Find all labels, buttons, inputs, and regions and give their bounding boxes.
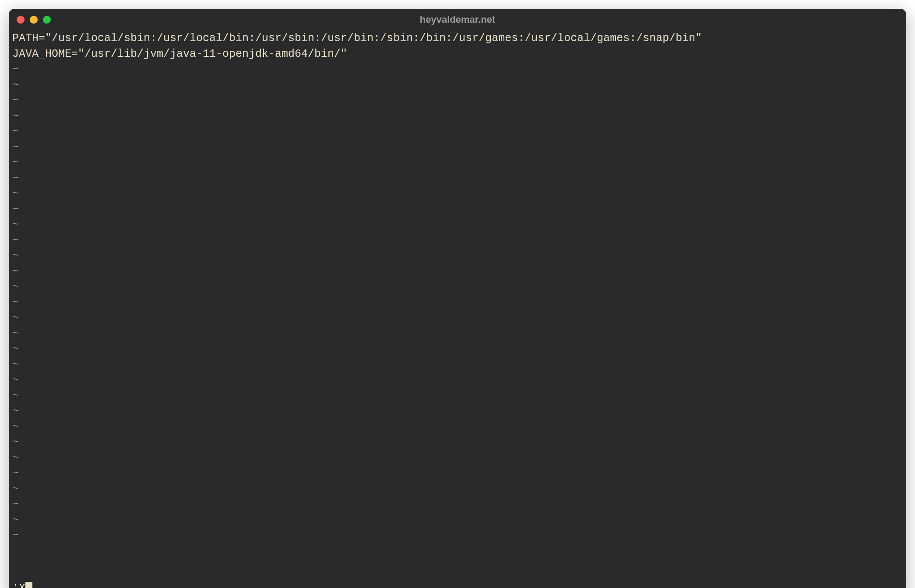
empty-line-marker: ~ (12, 403, 903, 419)
empty-line-marker: ~ (12, 202, 903, 217)
window-title: heyvaldemar.net (9, 14, 906, 25)
empty-line-marker: ~ (12, 248, 903, 264)
editor-content[interactable]: PATH="/usr/local/sbin:/usr/local/bin:/us… (12, 31, 903, 62)
title-bar: heyvaldemar.net (9, 9, 906, 31)
empty-line-marker: ~ (12, 264, 903, 280)
empty-line-marker: ~ (12, 434, 903, 450)
empty-line-marker: ~ (12, 512, 903, 528)
empty-line-marker: ~ (12, 326, 903, 342)
empty-line-marker: ~ (12, 108, 903, 124)
empty-line-marker: ~ (12, 419, 903, 435)
empty-line-marker: ~ (12, 62, 903, 77)
command-line[interactable]: :x (12, 580, 903, 588)
empty-line-marker: ~ (12, 279, 903, 295)
empty-line-marker: ~ (12, 481, 903, 497)
command-prompt: : (12, 580, 19, 588)
empty-line-marker: ~ (12, 93, 903, 108)
terminal-window: heyvaldemar.net PATH="/usr/local/sbin:/u… (9, 9, 906, 588)
empty-line-marker: ~ (12, 450, 903, 466)
empty-line-marker: ~ (12, 171, 903, 186)
empty-line-marker: ~ (12, 77, 903, 93)
maximize-icon[interactable] (43, 16, 51, 24)
empty-line-marker: ~ (12, 295, 903, 311)
cursor (25, 582, 32, 588)
terminal-body[interactable]: PATH="/usr/local/sbin:/usr/local/bin:/us… (9, 31, 906, 588)
empty-line-marker: ~ (12, 528, 903, 543)
empty-line-marker: ~ (12, 388, 903, 404)
empty-line-marker: ~ (12, 217, 903, 233)
empty-line-marker: ~ (12, 124, 903, 140)
empty-line-marker: ~ (12, 155, 903, 171)
empty-line-marker: ~ (12, 341, 903, 357)
minimize-icon[interactable] (30, 16, 38, 24)
empty-line-marker: ~ (12, 497, 903, 512)
content-line[interactable]: JAVA_HOME="/usr/lib/jvm/java-11-openjdk-… (12, 46, 903, 62)
command-text: x (19, 580, 25, 588)
close-icon[interactable] (17, 16, 25, 24)
traffic-lights (17, 16, 51, 24)
empty-line-marker: ~ (12, 310, 903, 326)
empty-line-marker: ~ (12, 140, 903, 155)
empty-line-marker: ~ (12, 466, 903, 481)
empty-line-marker: ~ (12, 372, 903, 388)
empty-line-marker: ~ (12, 357, 903, 373)
empty-line-marker: ~ (12, 233, 903, 248)
content-line[interactable]: PATH="/usr/local/sbin:/usr/local/bin:/us… (12, 31, 903, 46)
empty-line-area: ~~~~~~~~~~~~~~~~~~~~~~~~~~~~~~~ (12, 62, 903, 580)
empty-line-marker: ~ (12, 186, 903, 202)
